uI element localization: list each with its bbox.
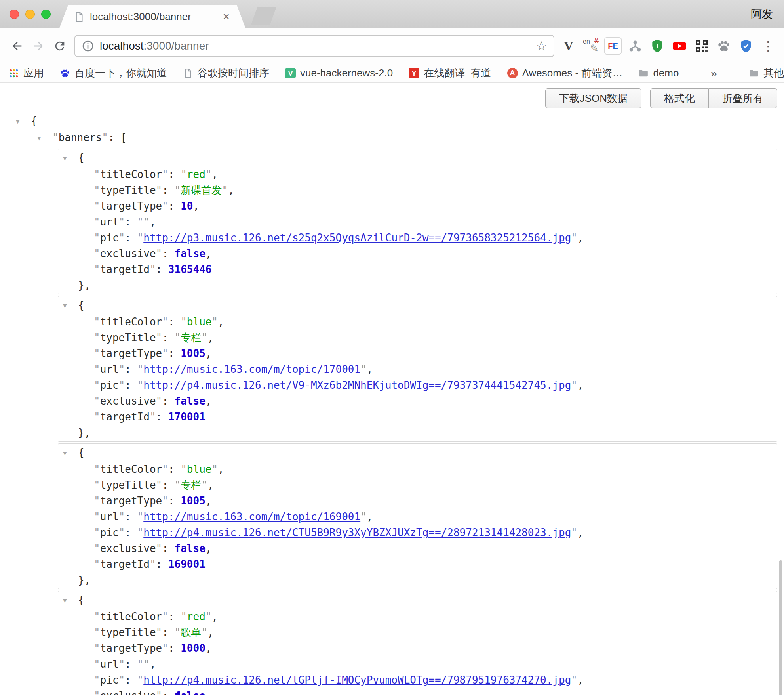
awesomes-icon: A [507, 68, 518, 78]
url-text: localhost:3000/banner [100, 40, 209, 52]
fe-letter-e: E [613, 42, 618, 51]
collapse-toggle-icon[interactable]: ▼ [16, 114, 31, 130]
json-key: titleColor [100, 611, 162, 622]
vue-icon: V [285, 68, 296, 78]
json-property: "targetId": 3165446 [63, 262, 774, 277]
blue-shield-check-icon [738, 38, 754, 53]
json-property: "targetType": 10, [63, 198, 774, 214]
new-tab-button[interactable] [251, 7, 276, 25]
youtube-extension-icon[interactable] [671, 37, 688, 55]
json-property: "exclusive": false, [63, 540, 774, 556]
fe-letter-f: F [608, 42, 613, 51]
json-viewer: ▼{ ▼"banners": [ ▼{"titleColor": "red","… [0, 108, 784, 695]
json-value: false [175, 542, 206, 554]
json-key: pic [100, 527, 119, 538]
bookmark-baidu[interactable]: 百度一下，你就知道 [60, 66, 167, 80]
page-icon [183, 68, 193, 78]
bookmark-apps[interactable]: 应用 [9, 66, 44, 80]
close-window-button[interactable] [10, 10, 19, 19]
vimium-extension-icon[interactable]: V [560, 37, 577, 55]
collapse-all-button[interactable]: 折叠所有 [709, 88, 777, 108]
json-object-close-line: }, [63, 425, 774, 441]
json-property: "targetType": 1000, [63, 640, 774, 656]
minimize-window-button[interactable] [25, 10, 35, 19]
json-url-link[interactable]: http://p4.music.126.net/tGPljf-IMOCyPvum… [143, 674, 571, 686]
json-value: false [175, 690, 206, 695]
json-property: "titleColor": "red", [63, 166, 774, 182]
json-value: 歌单 [181, 626, 201, 638]
page-info-icon[interactable] [82, 40, 94, 52]
zoom-window-button[interactable] [41, 10, 51, 19]
json-property: "url": "http://music.163.com/m/topic/169… [63, 509, 774, 525]
json-url-link[interactable]: http://p4.music.126.net/V9-MXz6b2MNhEKju… [143, 379, 571, 391]
format-button[interactable]: 格式化 [650, 88, 709, 108]
qr-code-extension-icon[interactable] [693, 37, 710, 55]
json-key: targetType [100, 495, 162, 507]
json-property: "titleColor": "red", [63, 609, 774, 624]
json-key: url [100, 216, 119, 228]
org-chart-extension-icon[interactable] [626, 37, 644, 55]
translate-extension-icon[interactable]: en 英 ✎ [582, 37, 599, 55]
bookmark-label: demo [653, 67, 679, 79]
bookmark-star-icon[interactable]: ☆ [536, 38, 547, 53]
bookmark-vue-hackernews[interactable]: V vue-hackernews-2.0 [285, 67, 393, 79]
browser-menu-icon[interactable]: ⋮ [759, 37, 777, 55]
download-json-button[interactable]: 下载JSON数据 [545, 88, 641, 108]
titlebar: localhost:3000/banner × 阿发 [0, 0, 784, 28]
back-button[interactable] [6, 35, 28, 57]
json-key: targetType [100, 642, 162, 654]
browser-tab[interactable]: localhost:3000/banner × [59, 5, 245, 28]
close-tab-icon[interactable]: × [221, 11, 231, 23]
json-key: pic [100, 674, 119, 686]
fehelper-extension-icon[interactable]: FE [604, 37, 622, 55]
json-key: pic [100, 232, 119, 244]
json-key: banners [59, 132, 102, 143]
security-shield-extension-icon[interactable] [737, 37, 755, 55]
url-path: :3000/banner [144, 40, 209, 52]
collapse-toggle-icon[interactable]: ▼ [63, 593, 78, 609]
bookmark-folder-demo[interactable]: demo [638, 67, 679, 79]
json-property: "exclusive": false, [63, 393, 774, 409]
json-key: pic [100, 379, 119, 391]
bookmark-label: 应用 [23, 66, 44, 80]
json-key: typeTitle [100, 332, 156, 344]
json-property: "titleColor": "blue", [63, 461, 774, 477]
json-url-link[interactable]: http://p4.music.126.net/CTU5B9R9y3XyYBZX… [143, 527, 571, 538]
json-url-link[interactable]: http://music.163.com/m/topic/169001 [143, 511, 360, 523]
json-object-close-line: }, [63, 277, 774, 293]
json-url-link[interactable]: http://music.163.com/m/topic/170001 [143, 363, 360, 375]
address-bar[interactable]: localhost:3000/banner ☆ [74, 35, 554, 57]
collapse-toggle-icon[interactable]: ▼ [63, 151, 78, 166]
json-key: targetType [100, 348, 162, 359]
collapse-toggle-icon[interactable]: ▼ [37, 130, 52, 146]
url-host: localhost [100, 40, 144, 52]
json-object-open-line: ▼{ [63, 592, 774, 609]
json-array-item: ▼{"titleColor": "red","typeTitle": "歌单",… [58, 591, 777, 695]
json-url-link[interactable]: http://p3.music.126.net/s25q2x5QyqsAzilC… [143, 232, 571, 244]
tampermonkey-extension-icon[interactable]: T [649, 37, 666, 55]
json-key: exclusive [100, 542, 156, 554]
forward-button[interactable] [28, 35, 49, 57]
bookmark-youdao-translate[interactable]: Y 在线翻译_有道 [409, 66, 491, 80]
paw-extension-icon[interactable] [715, 37, 733, 55]
collapse-toggle-icon[interactable]: ▼ [63, 445, 78, 461]
bookmark-google-sort[interactable]: 谷歌按时间排序 [183, 66, 269, 80]
other-bookmarks-folder[interactable]: 其他书签 [749, 66, 784, 80]
json-array-item: ▼{"titleColor": "red","typeTitle": "新碟首发… [58, 149, 777, 294]
bookmark-awesomes[interactable]: A Awesomes - 前端资… [507, 66, 623, 80]
vertical-scrollbar-thumb[interactable] [779, 560, 782, 695]
json-key: exclusive [100, 690, 156, 695]
tab-title: localhost:3000/banner [90, 11, 221, 23]
profile-name: 阿发 [751, 0, 773, 28]
json-value: 专栏 [181, 479, 201, 491]
qr-code-icon [695, 39, 709, 53]
json-property: "pic": "http://p4.music.126.net/CTU5B9R9… [63, 525, 774, 540]
json-value: 1005 [181, 348, 206, 359]
youdao-icon: Y [409, 68, 419, 78]
reload-button[interactable] [49, 35, 70, 57]
json-value: 专栏 [181, 332, 201, 344]
json-property: "targetId": 170001 [63, 409, 774, 425]
json-key: titleColor [100, 463, 162, 475]
collapse-toggle-icon[interactable]: ▼ [63, 298, 78, 314]
bookmarks-overflow-icon[interactable]: » [710, 67, 717, 80]
